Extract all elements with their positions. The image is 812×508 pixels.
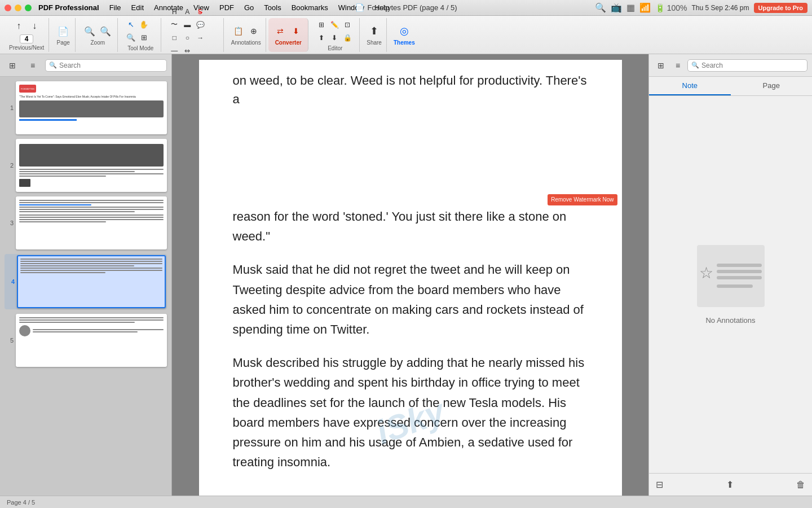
grid-view-button[interactable]: ⊞ [5,58,20,73]
pdf-text-paragraph2: Musk said that he did not regret the twe… [233,260,588,339]
content-area: ⊞ ≡ 🔍 1 FOSSBYTES "The Worst Is Yet To C… [0,54,812,496]
thumbnail-box-1[interactable]: FOSSBYTES "The Worst Is Yet To Come": Sa… [16,81,167,134]
thumbnail-5[interactable]: 5 [5,314,167,367]
thumbnail-2[interactable]: 2 [5,139,167,192]
star-icon: ☆ [699,264,713,282]
tool-mode-label: Tool Mode [127,45,153,51]
editor-btn-3[interactable]: ⊡ [341,19,354,31]
menu-go[interactable]: Go [240,2,258,13]
list-view-button[interactable]: ≡ [25,58,41,73]
redact-button[interactable]: ▬ [181,19,193,31]
converter-icons: ⇄ ⬇ [273,24,303,38]
thumbnail-box-2[interactable] [16,139,167,192]
converter-group: ⇄ ⬇ Converter [268,18,308,52]
right-search-icon: 🔍 [691,62,699,69]
annotation-flatten-button[interactable]: ⊕ [246,24,261,38]
wifi-icon[interactable]: 📶 [639,2,651,13]
pdf-page-top: on weed, to be clear. Weed is not helpfu… [199,60,622,190]
titlebar-right: 🔍 📺 ▦ 📶 🔋 100% Thu 5 Sep 2:46 pm Upgrade… [595,2,807,13]
menu-file[interactable]: File [105,2,126,13]
remove-watermark-button[interactable]: Remove Watermark Now [548,194,617,205]
time-display: Thu 5 Sep 2:46 pm [691,4,749,12]
delete-icon[interactable]: 🗑 [796,480,805,490]
arrow-button[interactable]: → [194,32,206,44]
pdf-main-area: on weed, to be clear. Weed is not helpfu… [172,54,648,496]
upgrade-button[interactable]: Upgrade to Pro [754,3,807,13]
zoom-out-button[interactable]: 🔍 [82,24,97,38]
highlight-button[interactable]: H [168,6,180,18]
squiggle-button[interactable]: 〜 [168,19,180,31]
window-controls[interactable] [5,5,32,11]
pdf-scroll-area[interactable]: on weed, to be clear. Weed is not helpfu… [172,54,648,496]
hand-tool-button[interactable]: ✋ [138,19,150,31]
right-search-input[interactable] [701,62,804,69]
export-icon[interactable]: ⬆ [726,479,734,490]
editor-btn-6[interactable]: 🔒 [341,32,354,44]
share-button[interactable]: ⬆ [367,24,382,38]
no-annotations-placeholder: ☆ [697,245,765,307]
share-label: Share [367,40,382,46]
close-button[interactable] [5,5,11,11]
control-center-icon[interactable]: ▦ [626,2,635,13]
zoom-in-button[interactable]: 🔍 [98,24,113,38]
fullscreen-button[interactable] [25,5,32,11]
magnify-tool-button[interactable]: 🔍 [125,32,137,44]
next-button[interactable]: ↓ [27,19,42,33]
previous-button[interactable]: ↑ [11,19,26,33]
menu-bookmarks[interactable]: Bookmarks [287,2,333,13]
window-title-area: 📄 Fossbytes PDF (page 4 / 5) [355,3,457,12]
annotations-icons: 📋 ⊕ [231,24,261,38]
menu-tools[interactable]: Tools [259,2,285,13]
previous-next-group: ↑ ↓ 4 Previous/Next [5,18,49,52]
select-tool-button[interactable]: ↖ [125,19,137,31]
panel-search-bar[interactable]: 🔍 [45,59,167,72]
left-panel: ⊞ ≡ 🔍 1 FOSSBYTES "The Worst Is Yet To C… [0,54,172,496]
thumbnail-box-3[interactable] [16,196,167,249]
editor-label: Editor [328,45,342,51]
rect-button[interactable]: □ [168,32,180,44]
page-label: Page [57,40,70,46]
panel-search-input[interactable] [59,62,163,69]
share-group: ⬆ Share [362,18,387,52]
filter-icon[interactable]: ⊟ [656,479,663,490]
tab-page[interactable]: Page [731,77,813,95]
pdf-page-main: Remove Watermark Now reason for the word… [199,190,622,496]
oval-button[interactable]: ○ [181,32,193,44]
thumbnail-box-5[interactable] [16,314,167,367]
text-button[interactable]: A [181,6,193,18]
main-toolbar: ↑ ↓ 4 Previous/Next 📄 Page 🔍 🔍 Zoom ↖ ✋ … [0,16,812,54]
page-group: 📄 Page [51,18,76,52]
right-search-bar[interactable]: 🔍 [687,59,807,72]
editor-btn-5[interactable]: ⬇ [328,32,341,44]
editor-btn-2[interactable]: ✏️ [328,19,341,31]
annotation-list-button[interactable]: 📋 [231,24,245,38]
search-icon: 🔍 [49,62,57,69]
themes-label: Themes [394,40,415,46]
themes-group: ◎ Themes [389,18,420,52]
airplay-icon[interactable]: 📺 [611,2,622,13]
search-icon[interactable]: 🔍 [595,2,606,13]
right-grid-view-button[interactable]: ⊞ [654,58,668,73]
no-annotations-label: No Annotations [705,316,755,325]
minimize-button[interactable] [15,5,21,11]
themes-button[interactable]: ◎ [397,24,412,38]
editor-btn-4[interactable]: ⬆ [315,32,328,44]
right-list-view-button[interactable]: ≡ [670,58,685,73]
thumbnail-3[interactable]: 3 [5,196,167,249]
strikethrough-button[interactable]: S̶ [194,6,206,18]
snapshot-tool-button[interactable]: ⊞ [138,32,150,44]
right-panel: ⊞ ≡ 🔍 Note Page ☆ [648,54,812,496]
converter-extra-button[interactable]: ⬇ [289,24,303,38]
page-icon[interactable]: 📄 [56,24,70,38]
page-number-display[interactable]: 4 [20,34,33,43]
tab-note[interactable]: Note [649,77,731,95]
tool-mode-group: ↖ ✋ 🔍 ⊞ Tool Mode [120,18,161,52]
status-text: Page 4 / 5 [7,499,35,506]
thumbnail-4[interactable]: 4 [5,254,167,309]
thumbnail-1[interactable]: 1 FOSSBYTES "The Worst Is Yet To Come": … [5,81,167,134]
note-button[interactable]: 💬 [194,19,206,31]
editor-btn-1[interactable]: ⊞ [315,19,328,31]
converter-button[interactable]: ⇄ [273,24,288,38]
thumbnail-box-4[interactable] [17,255,166,308]
menu-edit[interactable]: Edit [127,2,148,13]
